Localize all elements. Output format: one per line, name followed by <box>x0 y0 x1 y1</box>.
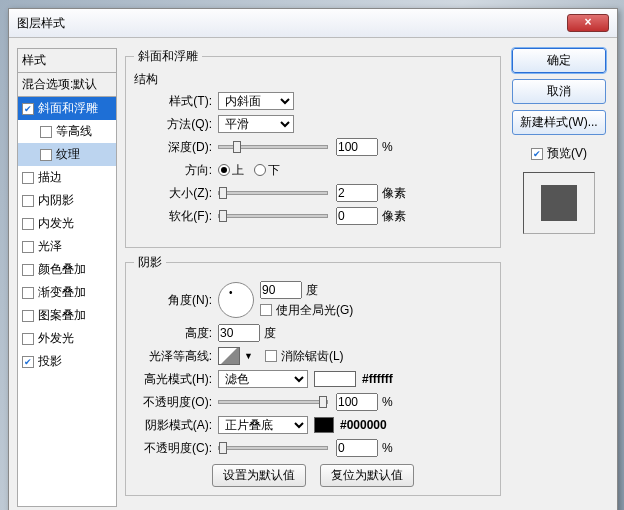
angle-dial[interactable] <box>218 282 254 318</box>
antialias-label: 消除锯齿(L) <box>281 348 344 365</box>
shadow-color-swatch[interactable] <box>314 417 334 433</box>
highlight-color-swatch[interactable] <box>314 371 356 387</box>
depth-unit: % <box>382 140 393 154</box>
global-light-label: 使用全局光(G) <box>276 302 353 319</box>
soften-slider[interactable] <box>218 214 328 218</box>
style-item[interactable]: 等高线 <box>18 120 116 143</box>
styles-header: 样式 <box>17 48 117 73</box>
highlight-hex: #ffffff <box>362 372 393 386</box>
size-unit: 像素 <box>382 185 406 202</box>
layer-style-dialog: 图层样式 × 样式 混合选项:默认 斜面和浮雕等高线纹理描边内阴影内发光光泽颜色… <box>8 8 618 510</box>
direction-down[interactable]: 下 <box>254 162 280 179</box>
direction-label: 方向: <box>134 162 212 179</box>
style-checkbox[interactable] <box>22 310 34 322</box>
titlebar[interactable]: 图层样式 × <box>9 9 617 38</box>
altitude-unit: 度 <box>264 325 276 342</box>
soften-unit: 像素 <box>382 208 406 225</box>
style-label: 外发光 <box>38 330 74 347</box>
size-slider[interactable] <box>218 191 328 195</box>
highlight-mode-select[interactable]: 滤色 <box>218 370 308 388</box>
shading-group: 阴影 角度(N): 度 使用全局光(G) <box>125 254 501 496</box>
style-label: 等高线 <box>56 123 92 140</box>
style-checkbox[interactable] <box>22 264 34 276</box>
style-item[interactable]: 斜面和浮雕 <box>18 97 116 120</box>
shadow-opacity-slider[interactable] <box>218 446 328 450</box>
style-item[interactable]: 描边 <box>18 166 116 189</box>
depth-slider[interactable] <box>218 145 328 149</box>
structure-legend: 结构 <box>134 71 158 88</box>
antialias-checkbox[interactable] <box>265 350 277 362</box>
preview-box <box>523 172 595 234</box>
style-checkbox[interactable] <box>22 195 34 207</box>
depth-label: 深度(D): <box>134 139 212 156</box>
technique-select[interactable]: 平滑 <box>218 115 294 133</box>
technique-label: 方法(Q): <box>134 116 212 133</box>
structure-group: 结构 样式(T): 内斜面 方法(Q): 平滑 深度(D): % <box>134 71 492 233</box>
style-label: 投影 <box>38 353 62 370</box>
radio-icon <box>254 164 266 176</box>
window-title: 图层样式 <box>17 15 567 32</box>
styles-column: 样式 混合选项:默认 斜面和浮雕等高线纹理描边内阴影内发光光泽颜色叠加渐变叠加图… <box>17 48 117 507</box>
ok-button[interactable]: 确定 <box>512 48 606 73</box>
chevron-down-icon[interactable]: ▼ <box>244 351 253 361</box>
direction-up[interactable]: 上 <box>218 162 244 179</box>
style-label: 渐变叠加 <box>38 284 86 301</box>
main-column: 斜面和浮雕 结构 样式(T): 内斜面 方法(Q): 平滑 深度(D): <box>125 48 501 507</box>
style-item[interactable]: 纹理 <box>18 143 116 166</box>
global-light-checkbox[interactable] <box>260 304 272 316</box>
angle-label: 角度(N): <box>134 292 212 309</box>
style-label: 斜面和浮雕 <box>38 100 98 117</box>
styles-list: 斜面和浮雕等高线纹理描边内阴影内发光光泽颜色叠加渐变叠加图案叠加外发光投影 <box>17 97 117 507</box>
style-label: 光泽 <box>38 238 62 255</box>
style-checkbox[interactable] <box>22 172 34 184</box>
style-label: 颜色叠加 <box>38 261 86 278</box>
style-label: 内发光 <box>38 215 74 232</box>
style-checkbox[interactable] <box>22 218 34 230</box>
bevel-legend: 斜面和浮雕 <box>134 48 202 65</box>
style-label: 样式(T): <box>134 93 212 110</box>
style-checkbox[interactable] <box>40 126 52 138</box>
make-default-button[interactable]: 设置为默认值 <box>212 464 306 487</box>
style-checkbox[interactable] <box>22 103 34 115</box>
style-item[interactable]: 光泽 <box>18 235 116 258</box>
style-checkbox[interactable] <box>22 356 34 368</box>
style-item[interactable]: 投影 <box>18 350 116 373</box>
close-button[interactable]: × <box>567 14 609 32</box>
style-checkbox[interactable] <box>22 287 34 299</box>
shadow-mode-label: 阴影模式(A): <box>134 417 212 434</box>
style-checkbox[interactable] <box>22 333 34 345</box>
highlight-opacity-slider[interactable] <box>218 400 328 404</box>
altitude-input[interactable] <box>218 324 260 342</box>
highlight-opacity-input[interactable] <box>336 393 378 411</box>
soften-input[interactable] <box>336 207 378 225</box>
style-checkbox[interactable] <box>22 241 34 253</box>
highlight-opacity-label: 不透明度(O): <box>134 394 212 411</box>
blend-options[interactable]: 混合选项:默认 <box>17 73 117 97</box>
reset-default-button[interactable]: 复位为默认值 <box>320 464 414 487</box>
style-checkbox[interactable] <box>40 149 52 161</box>
right-column: 确定 取消 新建样式(W)... 预览(V) <box>509 48 609 507</box>
altitude-label: 高度: <box>134 325 212 342</box>
style-item[interactable]: 外发光 <box>18 327 116 350</box>
cancel-button[interactable]: 取消 <box>512 79 606 104</box>
radio-icon <box>218 164 230 176</box>
angle-input[interactable] <box>260 281 302 299</box>
shadow-opacity-input[interactable] <box>336 439 378 457</box>
style-item[interactable]: 图案叠加 <box>18 304 116 327</box>
depth-input[interactable] <box>336 138 378 156</box>
style-item[interactable]: 颜色叠加 <box>18 258 116 281</box>
style-item[interactable]: 渐变叠加 <box>18 281 116 304</box>
preview-label: 预览(V) <box>547 145 587 162</box>
bevel-group: 斜面和浮雕 结构 样式(T): 内斜面 方法(Q): 平滑 深度(D): <box>125 48 501 248</box>
style-label: 纹理 <box>56 146 80 163</box>
style-select[interactable]: 内斜面 <box>218 92 294 110</box>
gloss-contour-picker[interactable] <box>218 347 240 365</box>
preview-swatch <box>541 185 577 221</box>
style-label: 图案叠加 <box>38 307 86 324</box>
shadow-mode-select[interactable]: 正片叠底 <box>218 416 308 434</box>
size-input[interactable] <box>336 184 378 202</box>
style-item[interactable]: 内发光 <box>18 212 116 235</box>
new-style-button[interactable]: 新建样式(W)... <box>512 110 606 135</box>
preview-checkbox[interactable] <box>531 148 543 160</box>
style-item[interactable]: 内阴影 <box>18 189 116 212</box>
